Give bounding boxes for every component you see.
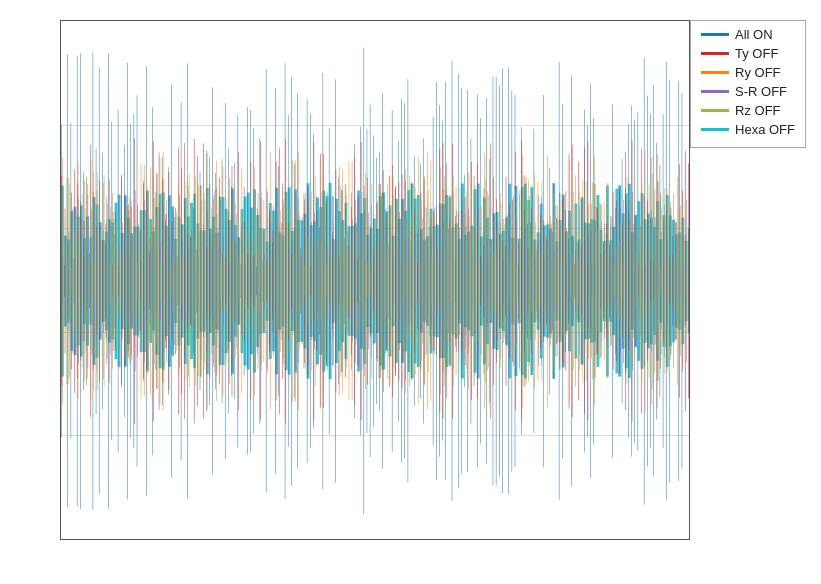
svg-rect-479 (312, 242, 313, 320)
svg-rect-143 (135, 237, 136, 324)
svg-rect-367 (253, 128, 254, 433)
svg-rect-796 (478, 208, 479, 355)
svg-rect-407 (274, 213, 275, 349)
svg-rect-913 (540, 240, 541, 322)
svg-rect-1069 (622, 159, 623, 403)
svg-rect-862 (513, 195, 514, 366)
legend-item: Hexa OFF (701, 122, 795, 137)
svg-rect-646 (399, 212, 400, 350)
svg-rect-1144 (661, 232, 662, 331)
svg-rect-73 (99, 68, 100, 493)
svg-rect-619 (386, 209, 387, 353)
svg-rect-907 (537, 251, 538, 312)
svg-rect-943 (556, 205, 557, 356)
svg-rect-115 (121, 178, 122, 385)
svg-rect-640 (396, 238, 397, 324)
svg-rect-109 (118, 109, 119, 452)
svg-rect-484 (314, 213, 315, 350)
svg-rect-160 (144, 200, 145, 362)
legend-color-swatch (701, 90, 729, 93)
svg-rect-352 (245, 262, 246, 299)
svg-rect-865 (515, 95, 516, 467)
svg-rect-725 (441, 247, 442, 315)
svg-rect-847 (505, 246, 506, 317)
svg-rect-25 (74, 259, 75, 303)
svg-rect-22 (72, 209, 73, 353)
svg-rect-472 (308, 197, 309, 366)
svg-rect-679 (417, 234, 418, 329)
svg-rect-743 (450, 195, 451, 367)
svg-rect-400 (270, 222, 271, 341)
svg-rect-1153 (666, 62, 667, 500)
svg-rect-388 (264, 254, 265, 308)
svg-rect-65 (94, 262, 95, 301)
svg-rect-766 (462, 198, 463, 364)
svg-rect-1045 (609, 245, 610, 317)
legend-item: All ON (701, 27, 795, 42)
svg-rect-1123 (650, 114, 651, 449)
svg-rect-304 (220, 201, 221, 362)
svg-rect-586 (368, 213, 369, 350)
svg-rect-601 (376, 158, 377, 405)
svg-rect-1049 (611, 217, 612, 346)
svg-rect-1168 (674, 194, 675, 368)
svg-rect-781 (471, 139, 472, 424)
svg-rect-1072 (623, 199, 624, 362)
svg-rect-526 (336, 238, 337, 324)
svg-rect-790 (475, 228, 476, 333)
svg-rect-742 (450, 200, 451, 363)
svg-rect-977 (573, 192, 574, 370)
svg-rect-227 (179, 193, 180, 369)
svg-rect-142 (135, 191, 136, 372)
svg-rect-1145 (661, 208, 662, 354)
svg-rect-47 (85, 208, 86, 353)
svg-rect-880 (522, 233, 523, 329)
legend-color-swatch (701, 128, 729, 131)
svg-rect-1183 (682, 93, 683, 468)
svg-rect-715 (436, 82, 437, 480)
svg-rect-635 (394, 195, 395, 368)
svg-rect-1099 (638, 112, 639, 451)
svg-rect-187 (159, 152, 160, 409)
svg-rect-89 (107, 203, 108, 358)
svg-rect-1163 (671, 207, 672, 354)
svg-rect-95 (110, 207, 111, 355)
legend-color-swatch (701, 109, 729, 112)
svg-rect-1139 (658, 182, 659, 381)
svg-rect-463 (304, 194, 305, 368)
svg-rect-671 (413, 183, 414, 379)
svg-rect-562 (355, 199, 356, 362)
svg-rect-527 (337, 241, 338, 320)
svg-rect-971 (570, 263, 571, 298)
svg-rect-1057 (616, 208, 617, 354)
svg-rect-803 (482, 267, 483, 295)
svg-rect-454 (299, 228, 300, 333)
svg-rect-745 (452, 61, 453, 501)
svg-rect-593 (372, 183, 373, 378)
svg-rect-371 (255, 196, 256, 366)
svg-rect-1187 (683, 240, 684, 323)
svg-rect-691 (423, 139, 424, 424)
svg-rect-205 (168, 167, 169, 395)
svg-rect-1051 (612, 105, 613, 458)
svg-rect-418 (280, 230, 281, 332)
svg-rect-71 (98, 172, 99, 390)
svg-rect-412 (277, 224, 278, 339)
svg-rect-179 (154, 198, 155, 365)
svg-rect-509 (327, 191, 328, 370)
svg-rect-1066 (620, 208, 621, 354)
svg-rect-1087 (631, 105, 632, 456)
svg-rect-805 (483, 245, 484, 317)
svg-rect-1054 (614, 259, 615, 303)
svg-rect-209 (170, 262, 171, 301)
svg-rect-647 (400, 259, 401, 303)
svg-rect-106 (116, 258, 117, 304)
svg-rect-659 (406, 268, 407, 295)
svg-rect-767 (463, 224, 464, 339)
svg-rect-59 (91, 207, 92, 356)
svg-rect-871 (518, 265, 519, 297)
svg-rect-1093 (634, 119, 635, 442)
svg-rect-899 (532, 223, 533, 339)
svg-rect-856 (510, 235, 511, 327)
svg-rect-133 (130, 124, 131, 438)
